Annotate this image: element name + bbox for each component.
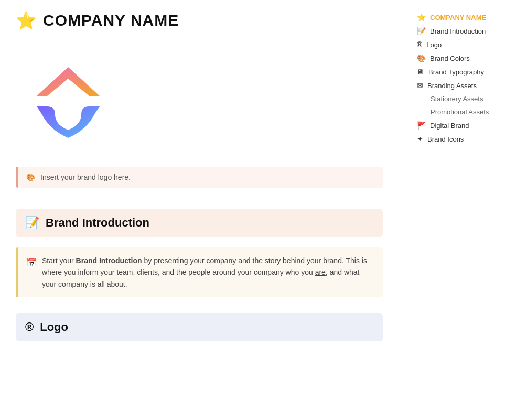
insert-logo-callout: 🎨 Insert your brand logo here. xyxy=(16,167,383,188)
sidebar-stationery-label: Stationery Assets xyxy=(431,95,483,103)
sidebar-item-brand-colors[interactable]: 🎨 Brand Colors xyxy=(412,51,516,65)
callout-text-before: Start your xyxy=(42,256,76,265)
sidebar-item-stationery-assets[interactable]: Stationery Assets xyxy=(412,92,516,105)
sidebar-company-name[interactable]: ⭐ COMPANY NAME xyxy=(412,10,516,24)
sidebar-branding-assets-label: Branding Assets xyxy=(427,82,477,90)
brand-intro-icon: 📝 xyxy=(25,216,39,230)
sidebar-promotional-label: Promotional Assets xyxy=(431,108,489,116)
sidebar: ⭐ COMPANY NAME 📝 Brand Introduction ® Lo… xyxy=(406,0,516,420)
callout-text: Start your Brand Introduction by present… xyxy=(42,255,374,290)
sidebar-item-branding-assets[interactable]: ✉ Branding Assets xyxy=(412,79,516,92)
insert-logo-icon: 🎨 xyxy=(26,173,35,181)
callout-text-bold: Brand Introduction xyxy=(76,256,142,265)
sidebar-brand-icons-label: Brand Icons xyxy=(427,135,464,143)
brand-intro-title: Brand Introduction xyxy=(46,216,149,230)
page-header: ⭐ COMPANY NAME xyxy=(16,10,383,30)
sidebar-digital-brand-label: Digital Brand xyxy=(430,122,469,130)
sidebar-brand-typography-icon: 🖥 xyxy=(417,68,424,76)
logo-heading: ® Logo xyxy=(16,313,383,341)
sidebar-brand-icons-icon: ✦ xyxy=(417,135,423,143)
sidebar-digital-brand-icon: 🚩 xyxy=(417,121,426,130)
page-title: COMPANY NAME xyxy=(43,12,179,29)
sidebar-logo-label: Logo xyxy=(426,41,442,49)
sidebar-brand-typography-label: Brand Typography xyxy=(428,68,484,76)
insert-logo-text: Insert your brand logo here. xyxy=(40,173,131,181)
callout-icon: 📅 xyxy=(26,256,37,270)
star-icon: ⭐ xyxy=(16,10,37,30)
sidebar-item-logo[interactable]: ® Logo xyxy=(412,38,516,51)
logo-title: Logo xyxy=(40,320,68,334)
sidebar-item-brand-introduction[interactable]: 📝 Brand Introduction xyxy=(412,24,516,38)
brand-logo-svg xyxy=(26,57,110,141)
sidebar-item-brand-typography[interactable]: 🖥 Brand Typography xyxy=(412,65,516,79)
sidebar-branding-assets-icon: ✉ xyxy=(417,81,423,90)
sidebar-brand-intro-label: Brand Introduction xyxy=(430,27,486,35)
sidebar-brand-intro-icon: 📝 xyxy=(417,27,426,35)
sidebar-company-icon: ⭐ xyxy=(417,13,426,21)
sidebar-brand-colors-label: Brand Colors xyxy=(430,55,470,62)
logo-area xyxy=(16,46,121,151)
callout-text-link: are xyxy=(315,268,326,276)
brand-intro-callout: 📅 Start your Brand Introduction by prese… xyxy=(16,247,383,297)
logo-icon: ® xyxy=(25,320,34,334)
sidebar-item-digital-brand[interactable]: 🚩 Digital Brand xyxy=(412,119,516,132)
brand-intro-heading: 📝 Brand Introduction xyxy=(16,209,383,237)
sidebar-item-promotional-assets[interactable]: Promotional Assets xyxy=(412,105,516,119)
main-content: ⭐ COMPANY NAME 🎨 Insert your brand xyxy=(0,0,399,420)
sidebar-brand-colors-icon: 🎨 xyxy=(417,54,426,62)
sidebar-item-brand-icons[interactable]: ✦ Brand Icons xyxy=(412,132,516,146)
sidebar-logo-icon: ® xyxy=(417,40,422,49)
sidebar-company-label: COMPANY NAME xyxy=(430,14,486,21)
